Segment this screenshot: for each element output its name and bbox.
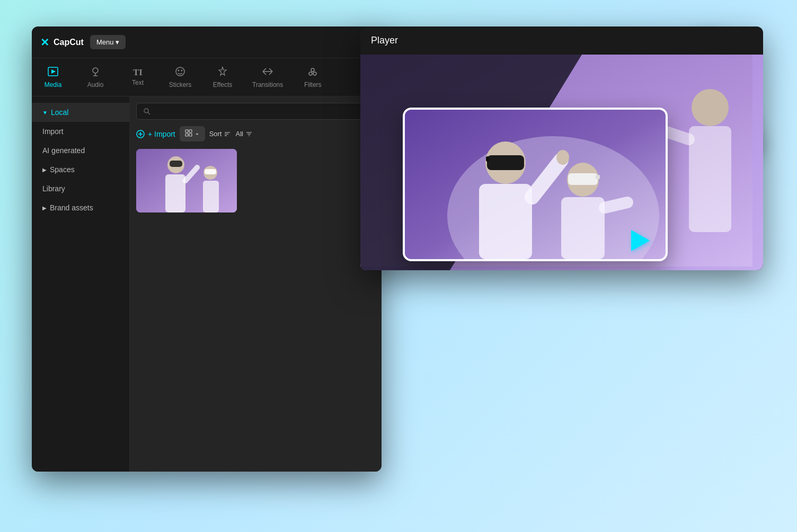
player-title: Player [371, 35, 398, 46]
local-arrow: ▼ [42, 110, 48, 116]
library-label: Library [42, 184, 65, 193]
sidebar-item-import[interactable]: Import [32, 122, 129, 141]
sort-label: Sort [209, 130, 222, 138]
svg-point-11 [313, 72, 316, 75]
svg-marker-1 [51, 69, 56, 74]
player-header: Player [360, 26, 763, 55]
svg-point-6 [178, 70, 180, 72]
svg-rect-29 [170, 161, 182, 167]
local-label: Local [51, 108, 68, 117]
filters-icon [307, 66, 318, 79]
svg-point-36 [692, 89, 729, 126]
audio-label: Audio [87, 81, 104, 88]
svg-rect-43 [487, 155, 524, 170]
media-thumbnail[interactable] [136, 149, 237, 212]
svg-point-2 [93, 68, 98, 73]
tab-audio[interactable]: Audio [74, 63, 117, 92]
svg-rect-18 [189, 130, 192, 132]
sidebar-item-brand-assets[interactable]: ▶ Brand assets [32, 198, 129, 217]
menu-label: Menu ▾ [96, 38, 119, 46]
svg-line-51 [605, 202, 627, 208]
filter-label: All [235, 130, 243, 138]
transitions-label: Transitions [252, 81, 283, 88]
brand-assets-arrow: ▶ [42, 205, 47, 211]
header: ✕ CapCut Menu ▾ [32, 26, 382, 58]
sidebar-item-library[interactable]: Library [32, 179, 129, 198]
toolbar: Media Audio TI Text [32, 58, 382, 96]
import-label: + Import [148, 130, 175, 138]
svg-rect-30 [165, 174, 185, 212]
sidebar-item-ai-generated[interactable]: AI generated [32, 141, 129, 160]
filter-button[interactable]: All [235, 130, 252, 138]
ai-generated-label: AI generated [42, 146, 85, 155]
transitions-icon [262, 66, 273, 79]
import-label: Import [42, 127, 64, 136]
effects-label: Effects [213, 81, 232, 88]
svg-rect-44 [486, 156, 489, 162]
media-icon [47, 66, 59, 79]
svg-rect-49 [568, 173, 598, 185]
app-window: ✕ CapCut Menu ▾ Media [32, 26, 382, 472]
preview-inner [405, 110, 666, 259]
tab-media[interactable]: Media [32, 63, 74, 92]
spaces-arrow: ▶ [42, 167, 47, 173]
tab-transitions[interactable]: Transitions [244, 63, 291, 92]
svg-line-13 [148, 112, 150, 114]
brand-assets-label: Brand assets [50, 203, 93, 212]
filters-label: Filters [304, 81, 322, 88]
sort-button[interactable]: Sort [209, 130, 232, 138]
svg-rect-47 [561, 197, 605, 259]
app-name: CapCut [54, 38, 84, 47]
svg-point-12 [144, 109, 148, 113]
svg-point-5 [176, 67, 184, 76]
media-panel: + Import Sort [130, 96, 382, 472]
preview-card [403, 108, 668, 261]
sidebar-item-local[interactable]: ▼ Local [32, 103, 129, 122]
svg-rect-33 [205, 169, 216, 174]
tab-effects[interactable]: Effects [201, 63, 244, 92]
cursor-icon [631, 230, 650, 251]
stickers-icon [174, 66, 186, 79]
media-label: Media [45, 81, 62, 88]
import-button[interactable]: + Import [136, 130, 175, 138]
tab-filters[interactable]: Filters [291, 63, 334, 92]
svg-rect-17 [185, 130, 188, 132]
svg-rect-37 [689, 126, 731, 232]
text-icon: TI [133, 68, 143, 77]
svg-rect-19 [185, 134, 188, 136]
menu-button[interactable]: Menu ▾ [90, 35, 126, 49]
player-window: Player [360, 26, 763, 270]
logo-icon: ✕ [40, 36, 49, 49]
svg-point-9 [311, 68, 314, 72]
sidebar: ▼ Local Import AI generated ▶ Spaces Lib… [32, 96, 130, 472]
svg-point-10 [309, 72, 312, 75]
sidebar-item-spaces[interactable]: ▶ Spaces [32, 160, 129, 179]
svg-point-7 [181, 70, 183, 72]
text-label: Text [132, 79, 144, 86]
player-content [360, 55, 763, 270]
media-toolbar-row: + Import Sort [136, 126, 375, 141]
svg-rect-41 [479, 184, 532, 259]
svg-point-46 [556, 150, 569, 165]
audio-icon [90, 66, 101, 79]
svg-rect-50 [596, 175, 600, 179]
thumb-inner [136, 149, 237, 212]
tab-stickers[interactable]: Stickers [159, 63, 201, 92]
spaces-label: Spaces [50, 165, 75, 174]
effects-icon [217, 66, 228, 79]
content-area: ▼ Local Import AI generated ▶ Spaces Lib… [32, 96, 382, 472]
logo: ✕ CapCut [40, 36, 84, 49]
search-bar[interactable] [136, 103, 375, 120]
tab-text[interactable]: TI Text [117, 65, 159, 90]
view-toggle-button[interactable] [180, 126, 205, 141]
svg-rect-20 [189, 134, 192, 136]
stickers-label: Stickers [169, 81, 192, 88]
svg-rect-34 [203, 181, 219, 212]
